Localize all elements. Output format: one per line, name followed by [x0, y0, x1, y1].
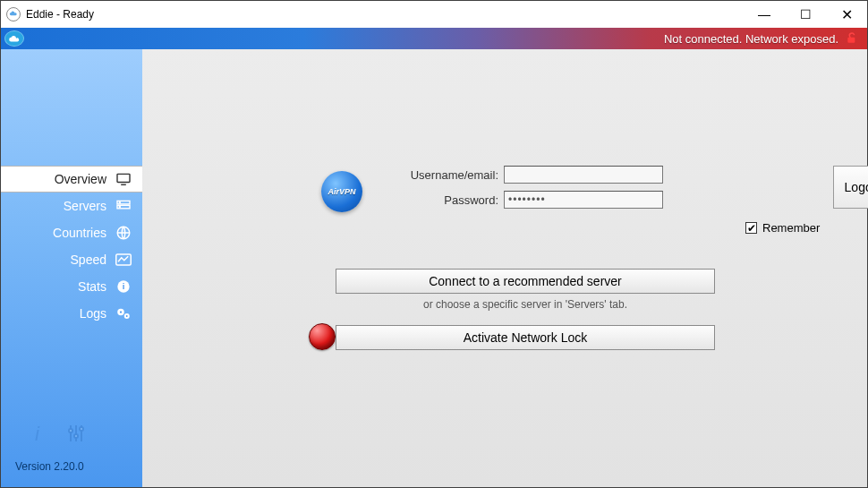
password-input[interactable]: [504, 191, 663, 209]
unlock-icon: [844, 31, 860, 46]
about-icon[interactable]: i: [28, 423, 49, 448]
remember-checkbox[interactable]: ✔ Remember: [745, 221, 820, 235]
version-label: Version 2.20.0: [15, 460, 128, 473]
svg-text:i: i: [35, 423, 40, 444]
connect-recommended-button[interactable]: Connect to a recommended server: [336, 269, 715, 294]
sidebar-item-label: Countries: [53, 226, 106, 240]
activate-network-lock-button[interactable]: Activate Network Lock: [336, 325, 715, 350]
status-bar: Not connected. Network exposed.: [1, 28, 867, 49]
sidebar-item-label: Speed: [71, 253, 106, 267]
username-label: Username/email:: [400, 168, 498, 182]
info-icon: i: [115, 279, 132, 294]
sidebar-item-overview[interactable]: Overview: [1, 166, 142, 193]
main-pane: AirVPN Username/email: Password: Logout …: [142, 49, 867, 487]
sidebar-item-label: Stats: [78, 279, 106, 294]
svg-point-14: [126, 315, 128, 317]
sidebar-item-label: Logs: [80, 306, 106, 321]
titlebar: Eddie - Ready — ☐ ✕: [1, 1, 867, 28]
app-icon: [6, 7, 21, 21]
logout-button[interactable]: Logout: [833, 166, 868, 209]
globe-icon: [115, 225, 132, 241]
monitor-icon: [115, 173, 132, 185]
svg-text:i: i: [123, 282, 125, 291]
username-input[interactable]: [504, 166, 663, 184]
network-lock-status-icon: [309, 323, 336, 350]
airvpn-logo: AirVPN: [321, 171, 362, 212]
close-button[interactable]: ✕: [826, 1, 867, 28]
maximize-button[interactable]: ☐: [785, 1, 826, 28]
svg-point-6: [119, 206, 120, 207]
password-label: Password:: [400, 193, 498, 207]
speed-icon: [115, 253, 132, 266]
gears-icon: [115, 306, 132, 321]
status-text: Not connected. Network exposed.: [664, 32, 838, 46]
window-title: Eddie - Ready: [26, 8, 94, 21]
remember-label: Remember: [762, 221, 820, 235]
svg-rect-1: [117, 174, 130, 182]
svg-point-21: [80, 427, 83, 431]
svg-point-12: [120, 311, 122, 312]
minimize-button[interactable]: —: [744, 1, 785, 28]
servers-icon: [115, 200, 132, 212]
sidebar-item-countries[interactable]: Countries: [1, 219, 142, 246]
sidebar-item-speed[interactable]: Speed: [1, 246, 142, 273]
cloud-icon: [4, 30, 24, 47]
sidebar-item-label: Overview: [55, 172, 106, 186]
sidebar: Overview Servers Countries Speed Stats i…: [1, 49, 142, 487]
svg-point-20: [74, 434, 78, 438]
svg-point-19: [69, 429, 72, 432]
settings-sliders-icon[interactable]: [65, 423, 87, 448]
servers-hint: or choose a specific server in 'Servers'…: [336, 298, 715, 311]
sidebar-item-logs[interactable]: Logs: [1, 300, 142, 327]
sidebar-item-servers[interactable]: Servers: [1, 193, 142, 219]
check-icon: ✔: [745, 222, 757, 234]
svg-point-5: [119, 202, 120, 203]
sidebar-item-label: Servers: [64, 199, 106, 213]
sidebar-item-stats[interactable]: Stats i: [1, 273, 142, 300]
svg-rect-0: [847, 38, 855, 43]
